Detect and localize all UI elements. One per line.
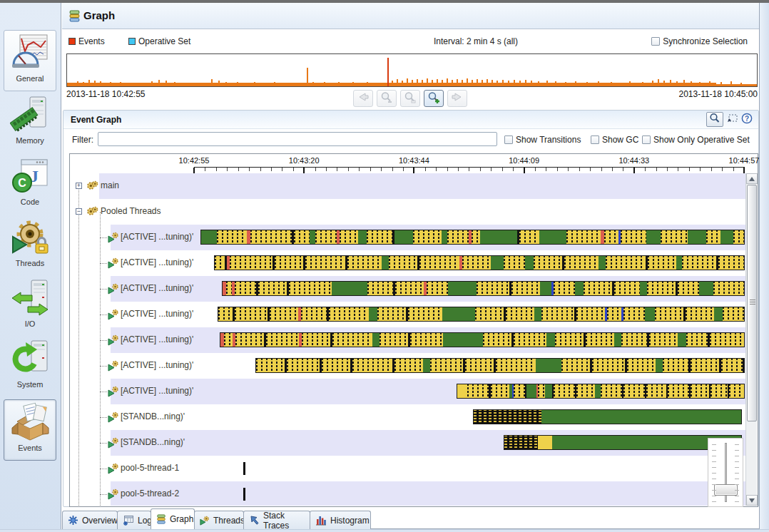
thread-row-main[interactable]: +main <box>71 173 745 199</box>
thread-row--active-tuning-[interactable]: [ACTIVE] ...tuning)' <box>71 327 745 353</box>
thread-row--active-tuning-[interactable]: [ACTIVE] ...tuning)' <box>71 250 745 276</box>
back-arrow-button[interactable] <box>353 90 373 107</box>
thread-label: [STANDB...ning)' <box>121 411 185 421</box>
checkbox-show-gc[interactable]: Show GC <box>591 135 638 145</box>
scrollbar-thumb[interactable] <box>747 185 757 421</box>
stack-arrow-icon <box>249 515 260 526</box>
zoom-out-button[interactable] <box>377 90 397 107</box>
system-refresh-icon <box>9 338 51 379</box>
select-region-button[interactable] <box>726 113 738 126</box>
forward-arrow-icon <box>451 91 464 106</box>
filter-row: Filter: Show TransitionsShow GCShow Only… <box>63 131 758 149</box>
checkbox-show-only-operative-set[interactable]: Show Only Operative Set <box>642 135 750 145</box>
thread-icon <box>108 334 119 349</box>
synchronize-selection[interactable]: Synchronize Selection <box>651 36 748 46</box>
jmc-window: GeneralMemoryJCCodeThreadsI/OSystemEvent… <box>0 0 769 532</box>
help-button[interactable]: ? <box>741 113 753 127</box>
thread-timeline-bar[interactable] <box>222 281 745 296</box>
time-axis: 10:42:5510:43:2010:43:4410:44:0910:44:33… <box>71 155 745 173</box>
back-arrow-icon <box>357 91 370 106</box>
zoom-range-button[interactable] <box>400 90 420 107</box>
overview-timeline-chart[interactable] <box>66 53 758 87</box>
svg-text:?: ? <box>745 114 749 122</box>
sidebar-item-events[interactable]: Events <box>4 399 56 461</box>
event-graph-header: Event Graph ? <box>63 111 758 129</box>
thread-row-pool-5-thread-2[interactable]: pool-5-thread-2 <box>71 481 745 506</box>
thread-timeline-bar[interactable] <box>504 435 742 450</box>
tab-histogram[interactable]: Histogram <box>310 511 371 529</box>
thread-icon <box>108 437 119 451</box>
thread-row-pool-5-thread-1[interactable]: pool-5-thread-1 <box>71 456 745 481</box>
thread-row--standb-ning-[interactable]: [STANDB...ning)' <box>71 404 745 430</box>
collapse-icon[interactable]: − <box>76 208 82 215</box>
bottom-window-band <box>0 529 769 532</box>
tab-graph[interactable]: Graph <box>151 508 195 529</box>
thread-icon <box>200 516 210 526</box>
sidebar-item-code[interactable]: JCCode <box>4 154 56 215</box>
thread-group-label: Pooled Threads <box>101 206 161 216</box>
sidebar: GeneralMemoryJCCodeThreadsI/OSystemEvent… <box>0 3 61 532</box>
sidebar-item-i-o[interactable]: I/O <box>4 276 56 337</box>
minor-ticks <box>194 168 745 171</box>
thread-label: [ACTIVE] ...tuning)' <box>121 257 193 267</box>
tab-stack-traces[interactable]: Stack Traces <box>243 511 310 529</box>
event-marker[interactable] <box>243 488 245 501</box>
thread-row--standb-ning-[interactable]: [STANDB...ning)' <box>71 430 745 456</box>
checkbox-box[interactable] <box>504 135 513 144</box>
filter-input[interactable] <box>98 132 497 146</box>
legend-events: Events <box>68 36 105 46</box>
magnifier-button[interactable] <box>706 112 723 127</box>
thread-timeline-bar[interactable] <box>473 409 742 424</box>
thread-timeline-bar[interactable] <box>200 230 745 245</box>
thread-row--active-tuning-[interactable]: [ACTIVE] ...tuning)' <box>71 225 745 250</box>
event-marker[interactable] <box>243 462 245 475</box>
thread-row--active-tuning-[interactable]: [ACTIVE] ...tuning)' <box>71 353 745 379</box>
thread-timeline-bar[interactable] <box>218 307 745 322</box>
sidebar-item-label: Threads <box>4 259 56 267</box>
forward-arrow-button[interactable] <box>447 90 467 107</box>
thread-timeline-bar[interactable] <box>255 358 745 373</box>
interval-label: Interval: 2 min 4 s (all) <box>362 36 590 46</box>
range-start-time: 2013-11-18 10:42:55 <box>66 89 146 99</box>
scroll-up-button[interactable] <box>746 173 758 184</box>
thread-row--active-tuning-[interactable]: [ACTIVE] ...tuning)' <box>71 379 745 404</box>
layers-icon <box>68 10 81 25</box>
zoom-in-plus-button[interactable] <box>424 90 444 107</box>
code-window-icon: JC <box>9 155 51 197</box>
thread-icon <box>108 309 119 323</box>
thread-row--active-tuning-[interactable]: [ACTIVE] ...tuning)' <box>71 302 745 327</box>
filter-label: Filter: <box>72 135 93 145</box>
thread-timeline-bar[interactable] <box>457 384 745 399</box>
overview-star-icon <box>68 515 78 526</box>
expand-icon[interactable]: + <box>76 183 82 189</box>
scroll-down-button[interactable] <box>746 495 758 506</box>
thread-icon <box>108 386 119 400</box>
thread-timeline-bar[interactable] <box>220 332 745 347</box>
vertical-scrollbar[interactable] <box>745 173 757 506</box>
tab-threads[interactable]: Threads <box>194 511 244 529</box>
thread-row-pooled-threads[interactable]: −Pooled Threads <box>71 199 745 225</box>
checkbox-box[interactable] <box>591 135 599 144</box>
checkbox-box[interactable] <box>642 135 651 144</box>
sidebar-item-system[interactable]: System <box>4 337 56 398</box>
thread-timeline-bar[interactable] <box>214 255 745 270</box>
thread-icon <box>108 257 119 272</box>
zoom-in-plus-icon <box>427 91 440 106</box>
thread-row--active-tuning-[interactable]: [ACTIVE] ...tuning)' <box>71 276 745 302</box>
histogram-icon <box>315 515 327 526</box>
thread-rows: +main−Pooled Threads[ACTIVE] ...tuning)'… <box>71 173 745 506</box>
tab-log[interactable]: Log <box>117 511 151 529</box>
thread-label: [ACTIVE] ...tuning)' <box>121 283 193 293</box>
row-highlight <box>99 173 745 199</box>
tab-label: Histogram <box>330 516 370 526</box>
synchronize-selection-checkbox[interactable] <box>651 37 660 46</box>
sidebar-item-threads[interactable]: Threads <box>4 215 56 277</box>
tab-label: Graph <box>170 514 193 524</box>
event-graph-panel: Event Graph ? Filter: Show TransitionsSh… <box>63 110 759 507</box>
tab-overview[interactable]: Overview <box>62 511 118 529</box>
gears-group-icon <box>86 205 98 220</box>
event-graph-title: Event Graph <box>71 115 121 125</box>
sidebar-item-memory[interactable]: Memory <box>4 93 56 154</box>
sidebar-item-general[interactable]: General <box>4 30 56 91</box>
checkbox-show-transitions[interactable]: Show Transitions <box>504 135 581 145</box>
